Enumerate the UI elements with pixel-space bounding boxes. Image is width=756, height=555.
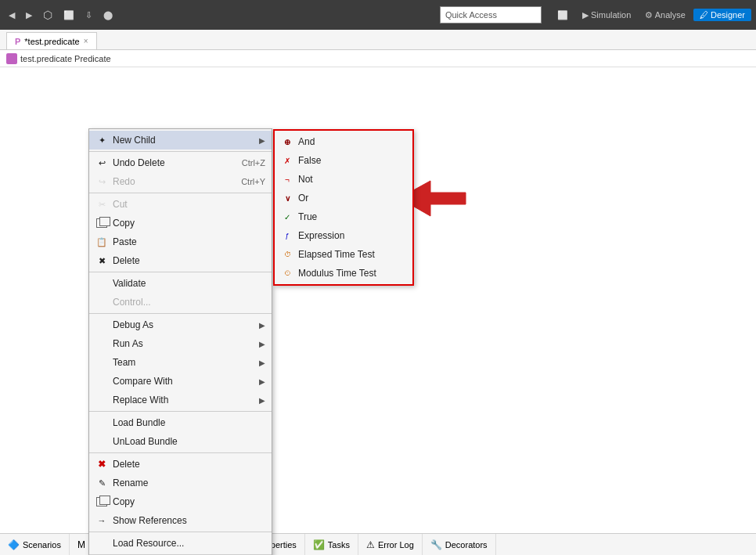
replace-with-icon bbox=[95, 394, 108, 406]
run-as-arrow: ▶ bbox=[259, 340, 265, 348]
test-predicate-tab[interactable]: P *test.predicate × bbox=[6, 32, 97, 49]
validate-item[interactable]: Validate bbox=[89, 274, 272, 293]
rename-label: Rename bbox=[113, 478, 148, 488]
tab-close-button[interactable]: × bbox=[84, 37, 88, 45]
load-bundle-item[interactable]: Load Bundle bbox=[89, 413, 272, 432]
replace-with-arrow: ▶ bbox=[259, 396, 265, 405]
toolbar-btn-4[interactable]: ⬤ bbox=[99, 9, 117, 22]
cut-item: ✂ Cut bbox=[89, 195, 272, 214]
not-label: Not bbox=[298, 174, 313, 185]
redo-item: ↪ Redo Ctrl+Y bbox=[89, 172, 272, 191]
redo-shortcut: Ctrl+Y bbox=[241, 177, 265, 186]
undo-delete-label: Undo Delete bbox=[113, 157, 165, 168]
forward-button[interactable]: ▶ bbox=[22, 9, 36, 22]
submenu-and[interactable]: ⊕ And bbox=[275, 132, 412, 151]
undo-delete-item[interactable]: ↩ Undo Delete Ctrl+Z bbox=[89, 153, 272, 172]
error-log-tab[interactable]: ⚠ Error Log bbox=[358, 534, 423, 555]
main-content-area: ✦ New Child ▶ ⊕ And ✗ False ¬ Not ∨ bbox=[0, 67, 756, 533]
team-item[interactable]: Team ▶ bbox=[89, 353, 272, 372]
rename-icon: ✎ bbox=[95, 477, 108, 489]
delete2-label: Delete bbox=[113, 459, 140, 470]
delete1-item[interactable]: ✖ Delete bbox=[89, 251, 272, 270]
control-label: Control... bbox=[113, 297, 151, 308]
unload-bundle-icon bbox=[95, 435, 108, 448]
toolbar-btn-2[interactable]: ⬜ bbox=[59, 9, 78, 22]
modulus-time-icon: ⏲ bbox=[281, 267, 293, 279]
copy2-item[interactable]: Copy bbox=[89, 492, 272, 511]
main-toolbar: ◀ ▶ ⬡ ⬜ ⇩ ⬤ Quick Access ⬜ ▶ Simulation … bbox=[0, 0, 756, 30]
submenu-elapsed-time[interactable]: ⏱ Elapsed Time Test bbox=[275, 245, 412, 264]
decorators-label: Decorators bbox=[445, 540, 488, 550]
decorators-icon: 🔧 bbox=[430, 539, 442, 550]
true-icon: ✓ bbox=[281, 211, 293, 223]
control-item: Control... bbox=[89, 293, 272, 312]
load-resource-item[interactable]: Load Resource... bbox=[89, 534, 272, 553]
paste-item[interactable]: 📋 Paste bbox=[89, 232, 272, 251]
tab-icon: P bbox=[15, 37, 20, 46]
paste-label: Paste bbox=[113, 236, 137, 247]
debug-as-arrow: ▶ bbox=[259, 321, 265, 330]
debug-as-label: Debug As bbox=[113, 319, 153, 330]
undo-shortcut: Ctrl+Z bbox=[242, 158, 265, 168]
replace-with-item[interactable]: Replace With ▶ bbox=[89, 391, 272, 409]
delete2-icon: ✖ bbox=[95, 458, 108, 470]
quick-access-box[interactable]: Quick Access bbox=[440, 6, 542, 23]
scenarios-label: Scenarios bbox=[23, 540, 61, 550]
show-references-item[interactable]: → Show References bbox=[89, 511, 272, 530]
submenu-false[interactable]: ✗ False bbox=[275, 151, 412, 170]
unload-bundle-item[interactable]: UnLoad Bundle bbox=[89, 432, 272, 451]
true-label: True bbox=[298, 211, 317, 222]
new-child-icon: ✦ bbox=[95, 134, 108, 146]
delete1-icon: ✖ bbox=[95, 254, 108, 267]
toolbar-btn-3[interactable]: ⇩ bbox=[81, 9, 96, 22]
monitor-button[interactable]: ⬜ bbox=[551, 9, 574, 22]
copy1-item[interactable]: Copy bbox=[89, 214, 272, 232]
paste-icon: 📋 bbox=[95, 236, 108, 248]
compare-with-item[interactable]: Compare With ▶ bbox=[89, 372, 272, 391]
rename-item[interactable]: ✎ Rename bbox=[89, 474, 272, 492]
false-label: False bbox=[298, 155, 321, 166]
submenu-expression[interactable]: ƒ Expression bbox=[275, 226, 412, 245]
breadcrumb-label: test.predicate Predicate bbox=[20, 54, 111, 63]
analyse-icon: ⚙ bbox=[645, 10, 653, 20]
compare-with-arrow: ▶ bbox=[259, 377, 265, 386]
debug-as-item[interactable]: Debug As ▶ bbox=[89, 315, 272, 334]
separator-4 bbox=[89, 313, 272, 314]
debug-as-icon bbox=[95, 319, 108, 331]
and-label: And bbox=[298, 136, 315, 147]
new-child-arrow: ▶ bbox=[259, 136, 265, 145]
submenu-not[interactable]: ¬ Not bbox=[275, 170, 412, 189]
not-icon: ¬ bbox=[281, 173, 293, 186]
simulation-button[interactable]: ▶ Simulation bbox=[576, 9, 637, 22]
m-icon: M bbox=[77, 539, 85, 550]
expression-icon: ƒ bbox=[281, 229, 293, 242]
submenu-modulus-time[interactable]: ⏲ Modulus Time Test bbox=[275, 264, 412, 283]
or-label: Or bbox=[298, 193, 308, 204]
submenu-or[interactable]: ∨ Or bbox=[275, 189, 412, 207]
load-resource-icon bbox=[95, 537, 108, 550]
new-child-menu-item[interactable]: ✦ New Child ▶ ⊕ And ✗ False ¬ Not ∨ bbox=[89, 131, 272, 150]
context-menu: ✦ New Child ▶ ⊕ And ✗ False ¬ Not ∨ bbox=[88, 128, 272, 555]
tasks-tab[interactable]: ✅ Tasks bbox=[305, 534, 358, 555]
validate-icon bbox=[95, 277, 108, 290]
back-button[interactable]: ◀ bbox=[5, 9, 19, 22]
breadcrumb-icon bbox=[6, 53, 17, 64]
undo-icon: ↩ bbox=[95, 157, 108, 169]
run-as-item[interactable]: Run As ▶ bbox=[89, 334, 272, 353]
separator-2 bbox=[89, 193, 272, 193]
false-icon: ✗ bbox=[281, 154, 293, 167]
scenarios-tab[interactable]: 🔷 Scenarios bbox=[0, 534, 70, 555]
separator-6 bbox=[89, 452, 272, 453]
analyse-button[interactable]: ⚙ Analyse bbox=[639, 9, 692, 22]
tab-bar: P *test.predicate × bbox=[0, 30, 756, 50]
delete2-item[interactable]: ✖ Delete bbox=[89, 455, 272, 474]
decorators-tab[interactable]: 🔧 Decorators bbox=[423, 534, 496, 555]
toolbar-btn-1[interactable]: ⬡ bbox=[39, 7, 56, 23]
designer-button[interactable]: 🖊 Designer bbox=[693, 9, 751, 21]
expression-label: Expression bbox=[298, 230, 344, 241]
submenu-true[interactable]: ✓ True bbox=[275, 207, 412, 226]
load-bundle-label: Load Bundle bbox=[113, 417, 165, 428]
unload-bundle-label: UnLoad Bundle bbox=[113, 436, 178, 447]
separator-1 bbox=[89, 151, 272, 152]
replace-with-label: Replace With bbox=[113, 395, 168, 405]
